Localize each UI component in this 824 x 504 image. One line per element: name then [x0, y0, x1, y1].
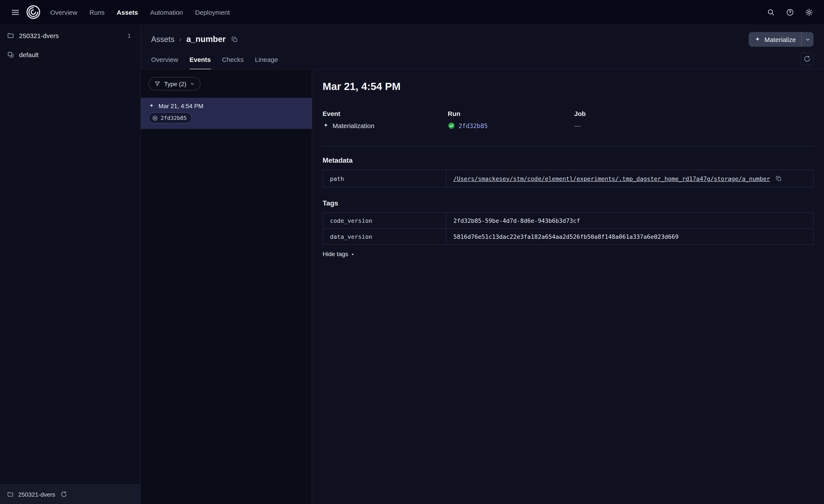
nav-link-overview[interactable]: Overview [50, 8, 77, 16]
section-divider [323, 146, 814, 146]
page-header: Assets › a_number Materialize [141, 24, 824, 69]
tag-value: 5816d76e51c13dac22e3fa182a654aa2d526fb50… [453, 233, 679, 240]
copy-icon [231, 36, 238, 43]
tab-lineage[interactable]: Lineage [255, 56, 278, 70]
materialize-label: Materialize [764, 36, 796, 43]
event-type-value: Materialization [332, 122, 374, 129]
code-location-name: 250321-dvers [18, 491, 55, 498]
event-info-grid: Event Materialization Run 2fd32b85 [323, 110, 814, 129]
dagster-logo[interactable] [25, 4, 41, 20]
breadcrumb-separator: › [179, 35, 182, 43]
asset-group-icon [7, 51, 14, 58]
hide-tags-button[interactable]: Hide tags [323, 250, 355, 257]
materialize-dropdown-button[interactable] [802, 32, 814, 47]
nav-link-deployment[interactable]: Deployment [195, 8, 230, 16]
dagster-logo-icon [25, 4, 41, 20]
search-icon [767, 8, 775, 16]
sparkle-icon [754, 36, 761, 43]
materialize-split-button: Materialize [749, 32, 814, 47]
search-button[interactable] [763, 5, 778, 19]
metadata-path-link[interactable]: /Users/smackesey/stm/code/elementl/exper… [453, 175, 770, 182]
hide-tags-label: Hide tags [323, 250, 348, 257]
asset-count-badge: 1 [125, 32, 133, 39]
tags-table: code_version 2fd32b85-59be-4d7d-8d6e-943… [323, 213, 814, 245]
hamburger-icon [11, 8, 20, 17]
nav-link-runs[interactable]: Runs [89, 8, 105, 16]
filter-icon [154, 81, 161, 87]
chevron-down-icon [190, 81, 195, 86]
copy-asset-name-button[interactable] [230, 35, 239, 44]
tab-checks[interactable]: Checks [222, 56, 243, 70]
materialization-icon [148, 103, 154, 109]
main-content: Assets › a_number Materialize [141, 24, 824, 504]
event-details-panel: Mar 21, 4:54 PM Event Materialization Ru… [312, 69, 824, 504]
sidebar-item-label: default [19, 51, 38, 58]
run-target-icon [152, 115, 158, 121]
metadata-key: path [323, 170, 446, 187]
copy-icon [775, 175, 782, 182]
event-column-label: Event [323, 110, 448, 117]
table-row: data_version 5816d76e51c13dac22e3fa182a6… [323, 228, 813, 244]
tab-events[interactable]: Events [189, 56, 211, 70]
asset-tabs: Overview Events Checks Lineage [151, 56, 801, 70]
folder-icon [7, 32, 14, 39]
event-list: Mar 21, 4:54 PM 2fd32b85 [141, 98, 312, 129]
page-title: a_number [186, 35, 226, 44]
tag-key: code_version [323, 213, 446, 228]
run-id-label: 2fd32b85 [161, 115, 187, 121]
top-nav: Overview Runs Assets Automation Deployme… [0, 0, 824, 24]
refresh-button[interactable] [801, 52, 814, 65]
main-nav-links: Overview Runs Assets Automation Deployme… [50, 8, 230, 16]
event-heading: Mar 21, 4:54 PM [323, 81, 814, 93]
caret-up-icon [350, 252, 355, 256]
run-column-label: Run [448, 110, 574, 117]
tags-section-title: Tags [323, 200, 814, 207]
sidebar: 250321-dvers 1 default 250321-dvers [0, 24, 141, 504]
breadcrumb-assets-link[interactable]: Assets [151, 35, 175, 44]
tag-value: 2fd32b85-59be-4d7d-8d6e-943b6b3d73cf [453, 217, 580, 224]
settings-button[interactable] [802, 5, 816, 19]
metadata-section-title: Metadata [323, 157, 814, 164]
table-row: code_version 2fd32b85-59be-4d7d-8d6e-943… [323, 213, 813, 228]
content-split: Type (2) Mar 21, 4:54 PM 2fd32b [141, 69, 824, 504]
materialize-button[interactable]: Materialize [749, 32, 802, 47]
event-timestamp: Mar 21, 4:54 PM [159, 103, 203, 109]
tag-key: data_version [323, 229, 446, 244]
event-list-item[interactable]: Mar 21, 4:54 PM 2fd32b85 [141, 98, 312, 129]
topnav-actions [763, 5, 816, 19]
sidebar-item-code-location[interactable]: 250321-dvers 1 [0, 26, 140, 45]
sidebar-item-default-group[interactable]: default [0, 45, 140, 64]
run-id-pill[interactable]: 2fd32b85 [148, 113, 192, 123]
reload-location-button[interactable] [60, 490, 68, 498]
help-icon [786, 8, 794, 16]
tab-overview[interactable]: Overview [151, 56, 178, 70]
metadata-table: path /Users/smackesey/stm/code/elementl/… [323, 169, 814, 187]
job-column-label: Job [574, 110, 814, 117]
sync-icon [61, 491, 67, 498]
materialization-icon [323, 122, 329, 129]
nav-link-assets[interactable]: Assets [117, 8, 138, 16]
nav-link-automation[interactable]: Automation [150, 8, 183, 16]
chevron-down-icon [805, 36, 811, 42]
gear-icon [805, 8, 813, 16]
job-empty-value: — [574, 122, 581, 129]
type-filter-button[interactable]: Type (2) [148, 77, 201, 91]
menu-button[interactable] [8, 5, 22, 19]
help-button[interactable] [783, 5, 797, 19]
copy-path-button[interactable] [775, 174, 783, 182]
folder-icon [7, 491, 14, 498]
filter-label: Type (2) [164, 80, 186, 87]
sidebar-item-label: 250321-dvers [19, 32, 59, 39]
tabs-row: Overview Events Checks Lineage [151, 52, 814, 70]
sidebar-footer: 250321-dvers [0, 484, 140, 504]
run-id-link[interactable]: 2fd32b85 [458, 122, 488, 129]
events-panel: Type (2) Mar 21, 4:54 PM 2fd32b [141, 69, 312, 504]
app-root: Overview Runs Assets Automation Deployme… [0, 0, 824, 504]
sync-icon [804, 55, 811, 62]
breadcrumb: Assets › a_number [151, 35, 239, 44]
run-success-icon [448, 122, 455, 129]
table-row: path /Users/smackesey/stm/code/elementl/… [323, 170, 813, 187]
